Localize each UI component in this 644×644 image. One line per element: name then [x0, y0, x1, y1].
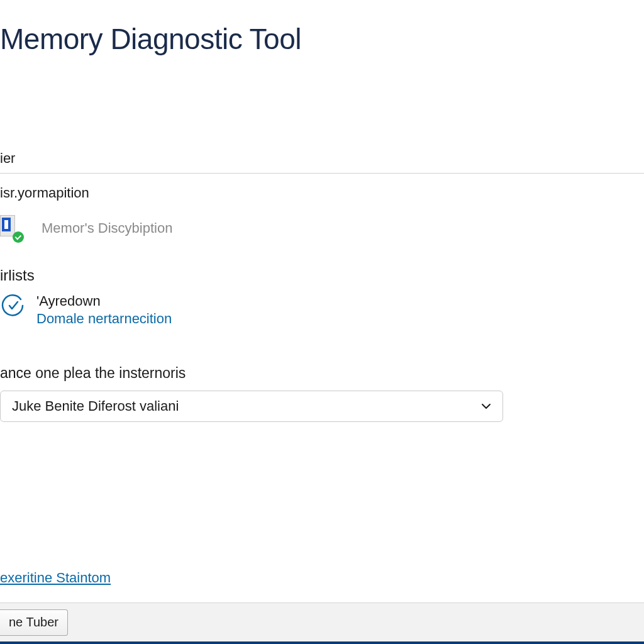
list-item-link[interactable]: Domale nertarnecition [36, 311, 172, 327]
list-item-primary: 'Ayredown [36, 293, 172, 309]
bottom-help-link[interactable]: exeritine Staintom [0, 570, 111, 586]
list-item: 'Ayredown Domale nertarnecition [0, 293, 644, 327]
list-item-text: 'Ayredown Domale nertarnecition [36, 293, 172, 327]
info-description: Memor's Discybiption [42, 220, 172, 236]
tab-label[interactable]: ier [0, 150, 644, 174]
section-lists-heading: irlists [0, 267, 644, 284]
page-title: Memory Diagnostic Tool [0, 0, 644, 56]
dropdown-selected-value: Juke Benite Diferost valiani [12, 398, 179, 414]
footer-bar: ne Tuber [0, 602, 644, 644]
checkmark-badge-icon [13, 231, 24, 243]
info-row: Memor's Discybiption [0, 215, 644, 242]
dropdown-prompt-label: ance one plea the insternoris [0, 365, 644, 382]
section-lists: irlists 'Ayredown Domale nertarnecition [0, 267, 644, 327]
refresh-check-icon [0, 293, 25, 318]
memory-chip-icon [0, 215, 23, 242]
section-info-heading: isr.yormapition [0, 185, 644, 201]
options-dropdown[interactable]: Juke Benite Diferost valiani [0, 391, 503, 422]
chevron-down-icon [481, 401, 491, 411]
page-root: Memory Diagnostic Tool ier isr.yormapiti… [0, 0, 644, 644]
spacer [0, 56, 644, 150]
footer-action-button[interactable]: ne Tuber [0, 609, 68, 636]
